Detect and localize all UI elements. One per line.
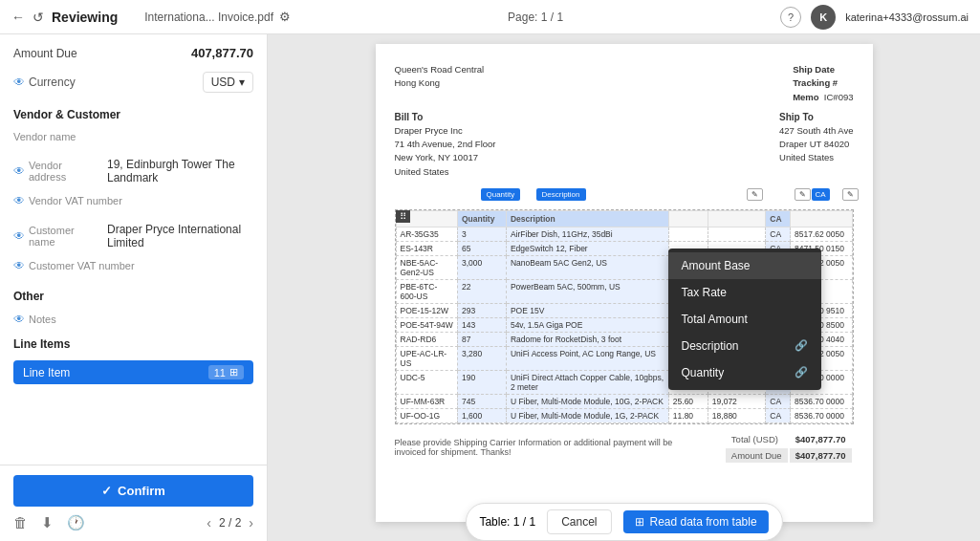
dropdown-item-label: Quantity — [682, 366, 725, 379]
help-button[interactable]: ? — [780, 7, 801, 28]
bottom-actions: 🗑 ⬇ 🕐 ‹ 2 / 2 › — [13, 514, 253, 531]
ship-to-address: 427 South 4th AveDraper UT 84020United S… — [779, 124, 853, 165]
left-scrollable: Amount Due 407,877.70 👁 Currency USD ▾ V… — [0, 34, 267, 465]
totals-table: Total (USD) $407,877.70 Amount Due $407,… — [724, 430, 854, 465]
total-usd-value: $407,877.70 — [790, 432, 852, 446]
customer-vat-eye-icon[interactable]: 👁 — [13, 259, 25, 272]
currency-eye-icon[interactable]: 👁 — [13, 76, 25, 89]
dropdown-item-amount-base[interactable]: Amount Base — [668, 252, 821, 279]
refresh-icon[interactable]: ↺ — [33, 10, 44, 25]
vendor-name-value — [13, 144, 253, 148]
trash-icon[interactable]: 🗑 — [13, 514, 28, 531]
settings-icon[interactable]: ⚙ — [279, 10, 291, 24]
page-count: 2 / 2 — [219, 516, 241, 530]
th-col5 — [708, 210, 765, 227]
cancel-button[interactable]: Cancel — [547, 509, 611, 534]
bill-to-address: Draper Pryce Inc71 4th Avenue, 2nd Floor… — [395, 124, 496, 179]
dropdown-item-label: Total Amount — [682, 313, 748, 326]
th-col4 — [668, 210, 708, 227]
currency-label: 👁 Currency — [13, 76, 76, 89]
table-info: Table: 1 / 1 — [479, 515, 535, 529]
clock-icon[interactable]: 🕐 — [67, 514, 85, 531]
checkmark-icon: ✓ — [101, 484, 112, 498]
edit-col-tag-2[interactable]: ✎ — [795, 188, 811, 201]
amount-due-label: Amount Due — [13, 47, 77, 60]
bill-to-label: Bill To — [395, 112, 496, 122]
amount-due-doc-label: Amount Due — [726, 448, 788, 463]
line-item-badge: 11 ⊞ — [208, 365, 244, 379]
customer-name-value: Draper Pryce International Limited — [107, 221, 253, 251]
amount-due-row: Amount Due 407,877.70 — [13, 46, 253, 60]
customer-vat-field: 👁 Customer VAT number — [13, 259, 253, 278]
currency-select[interactable]: USD ▾ — [203, 72, 253, 93]
ca-col-tag[interactable]: CA — [812, 188, 830, 201]
main-content: Amount Due 407,877.70 👁 Currency USD ▾ V… — [0, 34, 980, 541]
invoice-table-wrapper: ⠿ Quantity Description CA — [395, 209, 854, 424]
confirm-button[interactable]: ✓ Confirm — [13, 475, 253, 507]
table-icon: ⊞ — [635, 515, 644, 529]
dropdown-item-label: Description — [682, 339, 739, 353]
edit-col-tag-3[interactable]: ✎ — [842, 188, 859, 201]
left-bottom: ✓ Confirm 🗑 ⬇ 🕐 ‹ 2 / 2 › — [0, 465, 267, 541]
vendor-vat-field: 👁 Vendor VAT number — [13, 194, 253, 213]
sender-address: Queen's Road CentralHong Kong — [395, 63, 485, 104]
page-title: Reviewing — [52, 10, 118, 25]
vendor-vat-value — [13, 209, 253, 213]
topbar-left: ← ↺ Reviewing Internationa... Invoice.pd… — [11, 10, 291, 25]
vendor-address-eye-icon[interactable]: 👁 — [13, 164, 25, 178]
line-items-section: Line Items Line Item 11 ⊞ — [13, 337, 253, 384]
other-section: Other 👁 Notes — [13, 290, 253, 326]
customer-name-field: 👁 Customer name Draper Pryce Internation… — [13, 221, 253, 251]
notes-eye-icon[interactable]: 👁 — [13, 313, 25, 326]
page-indicator: Page: 1 / 1 — [291, 11, 780, 24]
bottom-icons: 🗑 ⬇ 🕐 — [13, 514, 85, 531]
edit-col-tag-1[interactable]: ✎ — [747, 188, 763, 201]
line-item-row[interactable]: Line Item 11 ⊞ — [13, 360, 253, 384]
th-quantity: Quantity — [457, 210, 506, 227]
right-panel: Queen's Road CentralHong Kong Ship Date … — [268, 34, 980, 541]
bill-ship-row: Bill To Draper Pryce Inc71 4th Avenue, 2… — [395, 112, 854, 179]
dropdown-item-label: Amount Base — [682, 259, 751, 272]
document-viewer: Queen's Road CentralHong Kong Ship Date … — [268, 34, 980, 541]
th-description: Description — [506, 210, 668, 227]
other-section-title: Other — [13, 290, 253, 303]
ship-to: Ship To 427 South 4th AveDraper UT 84020… — [779, 112, 853, 179]
prev-page-button[interactable]: ‹ — [207, 515, 211, 530]
th-amount — [791, 210, 852, 227]
link-icon: 🔗 — [795, 366, 808, 379]
dropdown-item-label: Tax Rate — [682, 286, 727, 299]
pagination: ‹ 2 / 2 › — [207, 515, 253, 530]
read-data-button[interactable]: ⊞ Read data from table — [623, 510, 769, 533]
vendor-customer-section-title: Vendor & Customer — [13, 108, 253, 121]
description-col-tag[interactable]: Description — [536, 188, 586, 201]
doc-header: Queen's Road CentralHong Kong Ship Date … — [395, 63, 854, 104]
next-page-button[interactable]: › — [249, 515, 253, 530]
th-ca: CA — [766, 210, 791, 227]
notes-field: 👁 Notes — [13, 313, 253, 326]
back-button[interactable]: ← — [11, 10, 25, 25]
document-content: Queen's Road CentralHong Kong Ship Date … — [376, 44, 873, 522]
download-icon[interactable]: ⬇ — [41, 514, 54, 531]
vendor-vat-eye-icon[interactable]: 👁 — [13, 194, 25, 207]
vendor-name-field: Vendor name — [13, 131, 253, 148]
column-tags: Quantity Description ✎ ✎ CA ✎ — [395, 186, 854, 207]
doc-note: Please provide Shipping Carrier Informat… — [395, 438, 682, 457]
page-info: Page: 1 / 1 — [508, 11, 563, 24]
customer-name-eye-icon[interactable]: 👁 — [13, 229, 25, 243]
file-name: Internationa... Invoice.pdf — [144, 11, 273, 24]
table-move-handle[interactable]: ⠿ — [396, 210, 410, 223]
customer-vat-value — [13, 274, 253, 278]
dropdown-item-tax-rate[interactable]: Tax Rate — [668, 279, 821, 306]
column-dropdown-menu: Amount Base Tax Rate Total Amount Descri… — [668, 249, 821, 390]
table-row: AR-35G35 3 AirFiber Dish, 11GHz, 35dBi C… — [396, 227, 852, 241]
link-icon: 🔗 — [795, 339, 808, 352]
dropdown-item-description[interactable]: Description 🔗 — [668, 333, 821, 359]
dropdown-item-quantity[interactable]: Quantity 🔗 — [668, 359, 821, 386]
bill-to: Bill To Draper Pryce Inc71 4th Avenue, 2… — [395, 112, 496, 179]
ship-to-label: Ship To — [779, 112, 853, 122]
table-row: UF-MM-63R 745 U Fiber, Multi-Mode Module… — [396, 394, 852, 408]
chevron-down-icon: ▾ — [239, 76, 245, 89]
quantity-col-tag[interactable]: Quantity — [481, 188, 521, 201]
dropdown-item-total-amount[interactable]: Total Amount — [668, 306, 821, 333]
grid-icon: ⊞ — [229, 366, 238, 379]
